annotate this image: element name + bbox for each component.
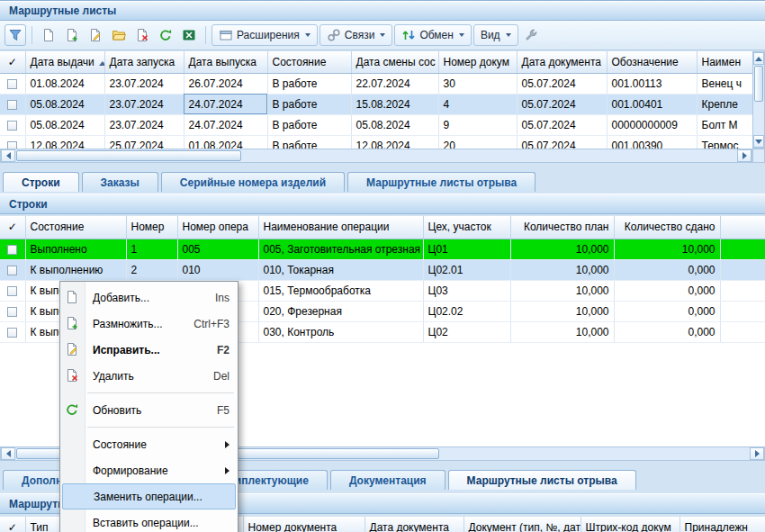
column-header-qty-done[interactable]: Количество сдано <box>614 216 720 239</box>
menu-item-refresh[interactable]: Обновить F5 <box>60 397 238 423</box>
cell[interactable]: 12.08.2024 <box>351 135 438 149</box>
row-checkbox[interactable] <box>7 328 17 338</box>
row-checkbox[interactable] <box>7 79 17 89</box>
cell[interactable]: 005 <box>177 239 258 259</box>
column-header-operation-number[interactable]: Номер опера <box>177 216 258 239</box>
cell[interactable]: 24.07.2024 <box>184 114 267 135</box>
cell[interactable]: 030, Контроль <box>258 321 423 342</box>
cell[interactable]: Ц01 <box>423 239 510 259</box>
row-checkbox[interactable] <box>7 141 17 149</box>
tab-orders[interactable]: Заказы <box>82 172 158 192</box>
column-header-designation[interactable]: Обозначение <box>607 51 697 73</box>
table-row[interactable]: 01.08.2024 23.07.2024 26.07.2024 В работ… <box>0 73 752 94</box>
view-dropdown[interactable]: Вид <box>473 24 518 46</box>
cell[interactable]: Болт М <box>697 114 752 135</box>
menu-item-insert-operations[interactable]: Вставить операции... <box>60 509 238 532</box>
cell[interactable]: 23.07.2024 <box>104 114 184 135</box>
column-header-name[interactable]: Наимен <box>697 51 752 73</box>
hscroll-thumb[interactable] <box>16 150 241 161</box>
menu-item-edit[interactable]: Исправить... F2 <box>60 337 238 363</box>
column-header-doc-number[interactable]: Номер документа <box>243 517 364 532</box>
row-checkbox[interactable] <box>7 121 17 131</box>
horizontal-scrollbar[interactable] <box>0 149 752 163</box>
menu-item-delete[interactable]: Удалить Del <box>60 363 238 389</box>
menu-item-replace-operations[interactable]: Заменить операции... <box>62 483 236 509</box>
filter-button[interactable] <box>4 24 26 46</box>
cell[interactable]: Ц02 <box>423 321 510 342</box>
column-header-state-change-date[interactable]: Дата смены сос <box>351 51 438 73</box>
cell[interactable]: 020, Фрезерная <box>258 301 423 321</box>
tab-tear-off-sheets-bottom[interactable]: Маршрутные листы отрыва <box>448 470 636 490</box>
cell[interactable]: Выполнено <box>25 239 126 259</box>
excel-export-button[interactable] <box>178 24 200 46</box>
settings-wrench-button[interactable] <box>520 24 542 46</box>
column-header-doc-number[interactable]: Номер докум <box>438 51 517 73</box>
cell[interactable]: Ц02.01 <box>423 259 510 280</box>
cell[interactable]: В работе <box>267 94 351 114</box>
cell[interactable]: 10,000 <box>510 301 614 321</box>
menu-item-duplicate[interactable]: Размножить... Ctrl+F3 <box>60 311 238 337</box>
cell[interactable]: 05.08.2024 <box>351 114 438 135</box>
cell[interactable]: Термос <box>697 135 752 149</box>
cell[interactable]: 010 <box>177 259 258 280</box>
table-row-selected[interactable]: К выполнению 2 010 010, Токарная Ц02.01 … <box>0 259 765 280</box>
cell[interactable]: 10,000 <box>510 280 614 301</box>
add-document-button[interactable] <box>38 24 59 46</box>
cell[interactable]: 005, Заготовительная отрезная <box>258 239 423 259</box>
cell[interactable]: 10,000 <box>510 259 614 280</box>
row-checkbox[interactable] <box>7 286 17 296</box>
tab-serial-numbers[interactable]: Серийные номера изделий <box>161 172 345 192</box>
cell[interactable]: 010, Токарная <box>258 259 423 280</box>
exchange-dropdown[interactable]: Обмен <box>394 24 472 46</box>
cell[interactable]: 01.08.2024 <box>184 135 267 149</box>
vertical-scrollbar[interactable] <box>752 51 765 149</box>
column-header-issue-date[interactable]: Дата выдачи <box>25 51 104 73</box>
cell[interactable]: 10,000 <box>510 321 614 342</box>
scroll-left-button[interactable] <box>1 447 15 460</box>
tab-rows[interactable]: Строки <box>3 172 79 192</box>
cell[interactable]: 015, Термообработка <box>258 280 423 301</box>
column-header-doc-date[interactable]: Дата документа <box>517 51 607 73</box>
menu-item-add[interactable]: Добавить... Ins <box>60 284 238 311</box>
cell[interactable]: 05.07.2024 <box>517 114 607 135</box>
column-header-belonging[interactable]: Принадлежн <box>680 517 765 532</box>
cell[interactable]: 001.00113 <box>607 73 697 94</box>
column-header-number[interactable]: Номер <box>126 216 177 239</box>
cell[interactable]: 001.00401 <box>607 94 697 114</box>
cell[interactable]: 00000000009 <box>607 114 697 135</box>
column-header-doc-date[interactable]: Дата документа <box>364 517 464 532</box>
cell[interactable]: 25.07.2024 <box>104 135 184 149</box>
cell[interactable]: 20 <box>438 135 517 149</box>
cell[interactable]: В работе <box>267 114 351 135</box>
cell[interactable]: 1 <box>126 239 177 259</box>
column-header-state[interactable]: Состояние <box>267 51 351 73</box>
cell[interactable]: 05.08.2024 <box>25 114 104 135</box>
extensions-dropdown[interactable]: Расширения <box>212 24 318 46</box>
edit-document-button[interactable] <box>85 24 106 46</box>
cell[interactable]: 22.07.2024 <box>351 73 438 94</box>
cell[interactable]: 15.08.2024 <box>351 94 438 114</box>
cell[interactable]: 26.07.2024 <box>184 73 267 94</box>
cell[interactable]: 05.08.2024 <box>25 94 104 114</box>
scroll-up-button[interactable] <box>753 52 764 65</box>
table-row-selected[interactable]: 05.08.2024 23.07.2024 24.07.2024 В работ… <box>0 94 752 114</box>
cell[interactable]: 05.07.2024 <box>517 135 607 149</box>
column-header-state[interactable]: Состояние <box>25 216 126 239</box>
refresh-button[interactable] <box>155 24 176 46</box>
cell[interactable]: 0,000 <box>614 259 720 280</box>
cell[interactable]: 001.00390 <box>607 135 697 149</box>
delete-document-button[interactable] <box>131 24 153 46</box>
cell[interactable]: К выполнению <box>25 259 126 280</box>
row-checkbox[interactable] <box>7 266 17 275</box>
column-header-start-date[interactable]: Дата запуска <box>104 51 184 73</box>
cell[interactable]: Ц02.02 <box>423 301 510 321</box>
cell[interactable]: 05.07.2024 <box>517 94 607 114</box>
column-header-workshop[interactable]: Цех, участок <box>423 216 510 239</box>
scroll-right-button[interactable] <box>750 447 764 460</box>
scroll-down-button[interactable] <box>753 135 764 148</box>
scroll-left-button[interactable] <box>1 149 15 162</box>
cell[interactable]: В работе <box>267 73 351 94</box>
hscroll-track[interactable] <box>15 149 737 162</box>
cell[interactable]: 30 <box>438 73 517 94</box>
scroll-right-button[interactable] <box>737 149 752 162</box>
